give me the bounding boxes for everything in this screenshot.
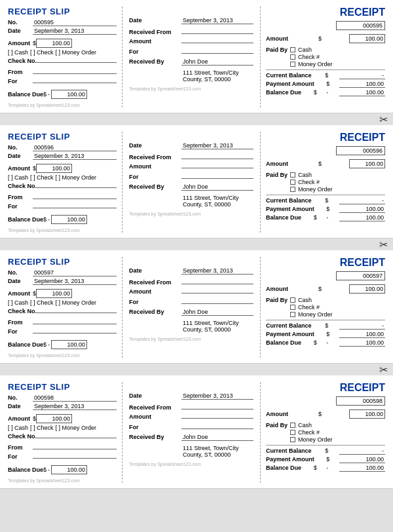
paid-options-1: Cash Check # Money Order <box>290 172 333 193</box>
payment-options-3: [ ] Cash [ ] Check [ ] Money Order <box>8 425 117 431</box>
money-order-opt-3: Money Order <box>298 436 333 443</box>
balance-value-left-1: 100.00 <box>51 215 87 224</box>
for-value-left-2 <box>33 327 117 333</box>
check-opt-3: Check # <box>298 429 320 436</box>
date-label-left-0: Date <box>8 28 33 34</box>
balance-due-row-right-1: Balance Due $ - 100.00 <box>266 214 385 221</box>
slip-middle-3: Date September 3, 2013 Received From Amo… <box>122 382 261 483</box>
from-row-0: From <box>8 67 117 75</box>
date-row-mid-0: Date September 3, 2013 <box>129 17 253 24</box>
balance-due-row-left-3: Balance Due $ - 100.00 <box>8 465 117 474</box>
receipt-title-1: RECEIPT <box>266 132 385 143</box>
current-balance-row-0: Current Balance $ - <box>266 72 385 79</box>
balance-due-label-left-1: Balance Due <box>8 216 43 223</box>
date-value-mid-1: September 3, 2013 <box>181 142 253 149</box>
for-label-mid-3: For <box>129 424 181 430</box>
cash-checkbox-3 <box>290 423 295 428</box>
payment-options-1: [ ] Cash [ ] Check [ ] Money Order <box>8 174 117 181</box>
checkno-row-1: Check No. <box>8 181 117 189</box>
right-amount-value-3: 100.00 <box>349 409 385 419</box>
date-value-left-3: September 3, 2013 <box>33 403 117 410</box>
address-section-1: 111 Street, Town/City County, ST, 00000 <box>129 195 253 208</box>
balance-dash-left-2: - <box>48 341 50 348</box>
right-amount-label-1: Amount <box>266 161 288 167</box>
slip-title-1: RECEIPT SLIP <box>8 132 117 142</box>
address-line1-1: 111 Street, Town/City <box>183 195 253 201</box>
date-row-left-0: Date September 3, 2013 <box>8 28 117 35</box>
received-from-value-0 <box>181 28 253 34</box>
address-section-3: 111 Street, Town/City County, ST, 00000 <box>129 445 253 458</box>
slip-title-0: RECEIPT SLIP <box>8 7 117 16</box>
no-value-0: 000595 <box>33 19 117 26</box>
cb-dollar-0: $ <box>325 72 328 79</box>
for-row-left-3: For <box>8 452 117 460</box>
for-row-left-1: For <box>8 202 117 210</box>
amount-value-mid-1 <box>181 162 253 168</box>
payment-options-2: [ ] Cash [ ] Check [ ] Money Order <box>8 299 117 306</box>
no-row-1: No. 000596 <box>8 144 117 151</box>
separator-0 <box>266 69 385 70</box>
slip-left-2: RECEIPT SLIP No. 000597 Date September 3… <box>8 257 122 358</box>
slip-right-1: RECEIPT 000596 Amount $ 100.00 Paid By C… <box>261 132 385 233</box>
balance-due-row-left-1: Balance Due $ - 100.00 <box>8 215 117 224</box>
amount-row-mid-2: Amount <box>129 287 253 295</box>
received-from-label-1: Received From <box>129 154 181 161</box>
amount-label-left-0: Amount <box>8 40 33 47</box>
amount-row-mid-0: Amount <box>129 37 253 45</box>
address-section-2: 111 Street, Town/City County, ST, 00000 <box>129 320 253 333</box>
current-balance-label-2: Current Balance <box>266 322 312 329</box>
balance-due-row-left-0: Balance Due $ - 100.00 <box>8 90 117 99</box>
payment-amount-label-0: Payment Amount <box>266 81 314 87</box>
cash-opt-3: Cash <box>298 422 312 428</box>
watermark-left-3: Templates by Spreadsheet123.com <box>8 478 117 483</box>
slip-middle-0: Date September 3, 2013 Received From Amo… <box>122 7 261 107</box>
address-line2-3: County, ST, 00000 <box>183 451 253 458</box>
address-line2-0: County, ST, 00000 <box>183 76 253 83</box>
pa-dollar-3: $ <box>326 456 329 463</box>
payment-amount-label-2: Payment Amount <box>266 331 314 337</box>
paid-by-section-2: Paid By Cash Check # Money Order <box>266 297 385 318</box>
money-order-checkbox-0 <box>290 62 295 67</box>
received-from-row-0: Received From <box>129 28 253 35</box>
right-amount-row-2: Amount $ 100.00 <box>266 284 385 294</box>
balance-dollar-left-0: $ <box>43 91 47 98</box>
check-label-1: [ ] Check <box>30 174 54 181</box>
current-balance-row-1: Current Balance $ - <box>266 197 385 204</box>
paid-by-label-3: Paid By <box>266 422 288 428</box>
received-from-row-2: Received From <box>129 278 253 286</box>
checkno-label-3: Check No. <box>8 433 37 440</box>
amount-value-left-0: 100.00 <box>36 39 72 48</box>
receipt-title-0: RECEIPT <box>266 7 385 18</box>
balance-due-label-left-0: Balance Due <box>8 91 43 98</box>
bd-value-0: 100.00 <box>339 89 385 96</box>
bd-dash-0: - <box>326 89 328 96</box>
paid-options-2: Cash Check # Money Order <box>290 297 333 318</box>
for-row-mid-3: For <box>129 423 253 430</box>
received-from-value-1 <box>181 153 253 159</box>
payment-amount-row-3: Payment Amount $ 100.00 <box>266 456 385 463</box>
for-row-mid-2: For <box>129 297 253 305</box>
balance-dollar-left-1: $ <box>43 216 47 223</box>
balance-dollar-left-2: $ <box>43 341 47 348</box>
received-from-label-3: Received From <box>129 404 181 411</box>
money-order-label-2: [ ] Money Order <box>56 299 97 306</box>
slip-title-2: RECEIPT SLIP <box>8 257 117 267</box>
from-label-3: From <box>8 444 33 451</box>
check-checkbox-3 <box>290 430 295 435</box>
balance-value-left-2: 100.00 <box>51 340 87 349</box>
checkno-value-2 <box>37 307 117 313</box>
amount-value-mid-3 <box>181 412 253 419</box>
amount-value-left-1: 100.00 <box>36 164 72 173</box>
slip-middle-1: Date September 3, 2013 Received From Amo… <box>122 132 261 233</box>
check-opt-1: Check # <box>298 179 320 185</box>
cb-value-2: - <box>339 322 385 330</box>
received-by-value-0: John Doe <box>181 58 253 66</box>
slip-right-3: RECEIPT 000598 Amount $ 100.00 Paid By C… <box>261 382 385 483</box>
checkno-row-3: Check No. <box>8 432 117 440</box>
balance-dollar-left-3: $ <box>43 466 47 473</box>
no-row-0: No. 000595 <box>8 19 117 26</box>
amount-value-left-2: 100.00 <box>36 289 72 298</box>
money-order-option-1: Money Order <box>290 186 333 193</box>
date-value-left-1: September 3, 2013 <box>33 153 117 160</box>
cash-label-2: [ ] Cash <box>8 299 28 306</box>
